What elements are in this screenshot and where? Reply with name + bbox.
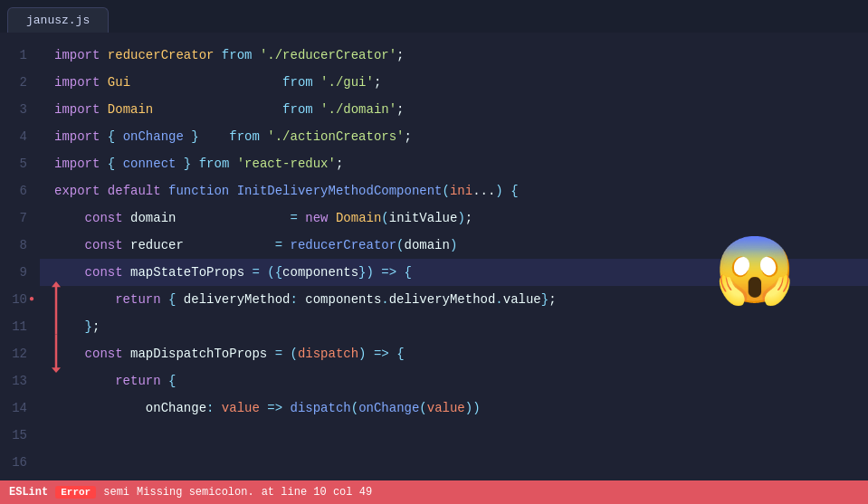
code-line-1: import reducerCreator from './reducerCre… (40, 42, 868, 69)
token (244, 259, 252, 286)
token (367, 340, 374, 367)
token: ) (465, 395, 472, 422)
token (54, 313, 85, 340)
token: ; (396, 96, 404, 123)
token: from (199, 150, 230, 177)
token: ( (290, 340, 297, 367)
token: => (374, 340, 389, 367)
token (123, 232, 130, 259)
token: ) (495, 177, 502, 204)
code-line-16: return { (40, 367, 868, 395)
token: : (290, 286, 297, 313)
token: components (305, 286, 381, 313)
token: './gui' (320, 69, 374, 96)
token: domain (130, 204, 176, 232)
line-numbers: 1234567891011121314151617 (0, 33, 40, 480)
code-content[interactable]: import reducerCreator from './reducerCre… (40, 33, 868, 480)
token: ( (396, 232, 404, 259)
token (100, 96, 107, 123)
token: from (282, 96, 313, 123)
line-number-3: 3 (9, 96, 27, 123)
code-line-15: const mapDispatchToProps = (dispatch) =>… (40, 340, 868, 367)
code-line-17: onChange: value => dispatch(onChange(val… (40, 395, 868, 422)
token: const (85, 259, 123, 286)
token: { (168, 367, 176, 395)
token (100, 150, 107, 177)
token: initValue (389, 204, 458, 232)
token: ( (381, 204, 388, 232)
line-number-6: 6 (9, 177, 27, 204)
token: './reducerCreator' (260, 42, 396, 69)
token: import (54, 150, 100, 177)
line-number-16: 16 (9, 449, 27, 476)
token (267, 340, 274, 367)
token (389, 340, 396, 367)
token: value (427, 395, 465, 422)
token (54, 232, 85, 259)
token: return (115, 367, 160, 395)
token (282, 232, 290, 259)
token: return (115, 286, 160, 313)
token (298, 286, 305, 313)
line-number-5: 5 (9, 150, 27, 177)
token: Domain (336, 204, 381, 232)
code-line-9: const domain = new Domain(initValue); (40, 204, 868, 232)
token: InitDeliveryMethodComponent (237, 177, 443, 204)
token: ) (450, 232, 457, 259)
token (260, 259, 267, 286)
editor-area: 1234567891011121314151617 import reducer… (0, 33, 868, 480)
token: './actionCreators' (267, 123, 404, 150)
token: onChange (146, 395, 206, 422)
token (123, 204, 130, 232)
token (115, 123, 122, 150)
token (100, 69, 107, 96)
code-line-3: import Domain from './domain'; (40, 96, 868, 123)
token: : (206, 395, 214, 422)
line-number-14: 14 (9, 395, 27, 422)
token: reducerCreator (290, 232, 396, 259)
token (396, 259, 404, 286)
line-number-13: 13 (9, 367, 27, 395)
token (161, 286, 168, 313)
token: connect (123, 150, 176, 177)
token (298, 204, 305, 232)
token (214, 395, 221, 422)
token (100, 123, 107, 150)
line-number-12: 12 (9, 340, 27, 367)
token (161, 367, 168, 395)
token: = (275, 340, 282, 367)
token: reducer (130, 232, 184, 259)
token: const (85, 232, 123, 259)
token: ) (472, 395, 480, 422)
token: ; (548, 286, 556, 313)
status-location: at line 10 col 49 (262, 486, 372, 499)
token: import (54, 42, 100, 69)
token (130, 69, 282, 96)
token: import (54, 69, 100, 96)
line-number-17: 17 (9, 476, 27, 480)
error-badge: Error (55, 486, 96, 499)
tab-filename: janusz.js (26, 14, 90, 27)
token: dispatch (298, 340, 358, 367)
token (282, 395, 290, 422)
token (54, 395, 146, 422)
token (503, 177, 510, 204)
token: dispatch (291, 395, 351, 422)
token (260, 395, 267, 422)
token: const (85, 340, 123, 367)
line-number-7: 7 (9, 204, 27, 232)
token: ; (374, 69, 381, 96)
token (176, 286, 183, 313)
code-line-13: }; (40, 313, 868, 340)
token: { (275, 259, 282, 286)
token: } (541, 286, 548, 313)
token: ; (465, 204, 472, 232)
token (54, 367, 115, 395)
token: ( (351, 395, 358, 422)
file-tab[interactable]: janusz.js (7, 7, 109, 33)
token (313, 96, 320, 123)
token: ; (92, 313, 100, 340)
token (214, 42, 221, 69)
token (161, 177, 168, 204)
token (229, 150, 236, 177)
